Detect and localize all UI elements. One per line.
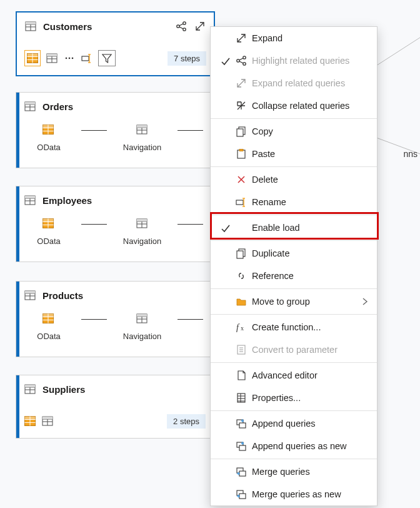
query-title: Suppliers	[42, 384, 206, 395]
connector-line	[81, 224, 107, 225]
menu-merge-queries-new[interactable]: Merge queries as new	[211, 483, 377, 505]
menu-collapse-related[interactable]: Collapse related queries	[211, 94, 377, 117]
fx-icon	[234, 322, 248, 333]
connector-line	[81, 319, 107, 320]
menu-reference[interactable]: Reference	[211, 265, 377, 287]
append-icon	[234, 440, 248, 452]
menu-advanced-editor[interactable]: Advanced editor	[211, 364, 377, 387]
menu-create-function[interactable]: Create function...	[211, 316, 377, 338]
properties-icon	[234, 392, 248, 404]
menu-label: Convert to parameter	[252, 345, 356, 355]
table-orange-icon[interactable]	[24, 415, 36, 427]
menu-highlight-related[interactable]: Highlight related queries	[211, 49, 377, 72]
step-navigation-icon[interactable]	[136, 218, 149, 230]
menu-separator	[211, 215, 377, 215]
menu-label: Collapse related queries	[252, 101, 356, 111]
menu-separator	[211, 410, 377, 411]
query-title: Customers	[43, 21, 169, 32]
expand-icon	[234, 33, 248, 44]
table-icon	[24, 20, 37, 33]
query-card-suppliers[interactable]: Suppliers 2 steps	[16, 375, 214, 439]
filter-step-icon[interactable]	[98, 50, 116, 66]
menu-convert-to-parameter[interactable]: Convert to parameter	[211, 338, 377, 361]
rename-icon	[234, 196, 248, 208]
expand-icon[interactable]	[194, 20, 206, 33]
expand-icon	[234, 78, 248, 89]
menu-label: Merge queries as new	[252, 489, 356, 499]
menu-label: Merge queries	[252, 467, 356, 477]
menu-enable-load[interactable]: Enable load	[211, 216, 377, 239]
step-odata-label: OData	[37, 236, 61, 246]
connector-line	[81, 130, 107, 131]
menu-separator	[211, 288, 377, 289]
table-icon	[24, 383, 36, 395]
chevron-right-icon	[359, 296, 368, 308]
menu-label: Properties...	[252, 393, 356, 403]
menu-merge-queries[interactable]: Merge queries	[211, 460, 377, 483]
context-menu: Expand Highlight related queries Expand …	[210, 26, 378, 506]
merge-icon	[234, 466, 248, 477]
query-card-orders[interactable]: Orders OData Navigation	[16, 92, 214, 168]
menu-properties[interactable]: Properties...	[211, 387, 377, 409]
table-icon	[24, 194, 36, 206]
menu-append-queries[interactable]: Append queries	[211, 412, 377, 435]
step-odata-label: OData	[37, 143, 61, 152]
query-title: Orders	[42, 101, 206, 112]
table-orange-icon[interactable]	[24, 50, 41, 66]
card-accent	[16, 186, 19, 262]
card-accent	[16, 375, 19, 438]
steps-badge[interactable]: 7 steps	[168, 51, 206, 66]
duplicate-icon	[234, 248, 248, 259]
menu-move-to-group[interactable]: Move to group	[211, 290, 377, 313]
menu-copy[interactable]: Copy	[211, 120, 377, 143]
menu-expand-related[interactable]: Expand related queries	[211, 72, 377, 94]
query-title: Employees	[42, 195, 206, 206]
step-odata-icon[interactable]	[42, 313, 55, 325]
menu-paste[interactable]: Paste	[211, 143, 377, 165]
merge-icon	[234, 489, 248, 500]
reference-icon	[234, 270, 248, 282]
menu-rename[interactable]: Rename	[211, 191, 377, 213]
menu-separator	[211, 118, 377, 119]
append-icon	[234, 418, 248, 429]
collapse-icon	[234, 100, 248, 111]
card-accent	[16, 282, 19, 357]
menu-label: Expand related queries	[252, 78, 356, 88]
query-card-customers[interactable]: Customers 7 steps	[16, 11, 215, 76]
menu-append-queries-new[interactable]: Append queries as new	[211, 435, 377, 457]
connector-line	[178, 319, 203, 320]
menu-separator	[211, 314, 377, 315]
steps-badge[interactable]: 2 steps	[167, 414, 206, 429]
menu-label: Highlight related queries	[252, 56, 356, 66]
share-icon	[234, 55, 248, 66]
menu-delete[interactable]: Delete	[211, 168, 377, 191]
card-accent	[16, 93, 19, 168]
more-icon[interactable]	[63, 52, 76, 64]
table-grey-icon[interactable]	[41, 415, 54, 427]
table-icon	[24, 100, 36, 113]
step-navigation-icon[interactable]	[136, 313, 149, 325]
related-icon[interactable]	[175, 20, 188, 33]
menu-expand[interactable]: Expand	[211, 27, 377, 49]
step-odata-icon[interactable]	[42, 124, 55, 136]
query-card-employees[interactable]: Employees OData Navigation	[16, 186, 214, 262]
step-navigation-label: Navigation	[123, 236, 161, 246]
table-grey-icon[interactable]	[46, 52, 58, 64]
menu-label: Enable load	[252, 223, 356, 233]
step-navigation-icon[interactable]	[136, 124, 149, 136]
menu-label: Create function...	[252, 322, 356, 332]
menu-label: Rename	[252, 197, 356, 207]
connector-line	[178, 130, 203, 131]
menu-duplicate[interactable]: Duplicate	[211, 242, 377, 265]
menu-label: Paste	[252, 149, 356, 159]
menu-separator	[211, 240, 377, 241]
paste-icon	[234, 148, 248, 160]
rename-step-icon[interactable]	[81, 52, 93, 64]
step-navigation-label: Navigation	[123, 143, 161, 152]
query-card-products[interactable]: Products OData Navigation	[16, 281, 214, 357]
page-icon	[234, 370, 248, 381]
menu-label: Copy	[252, 126, 356, 136]
delete-icon	[234, 174, 248, 185]
step-odata-label: OData	[37, 332, 61, 341]
step-odata-icon[interactable]	[42, 218, 55, 230]
